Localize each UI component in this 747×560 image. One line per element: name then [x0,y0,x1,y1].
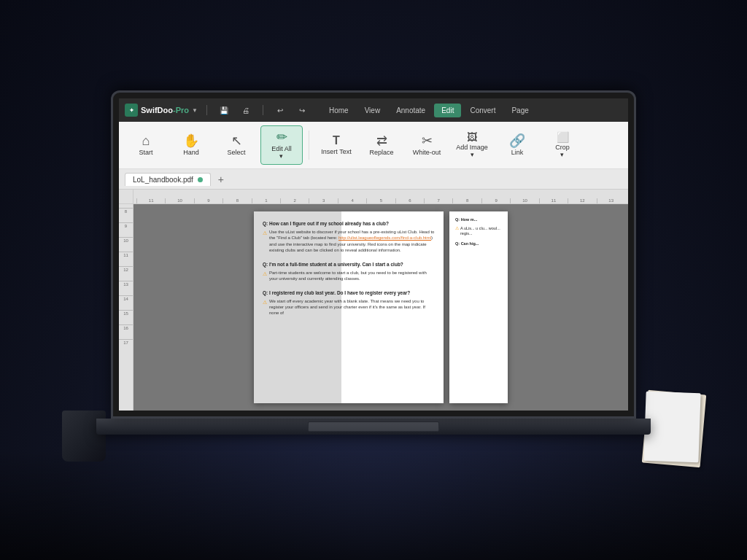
ruler-horizontal: 11 10 9 8 1 2 3 4 5 6 [133,190,628,204]
print-button[interactable]: 🖨 [238,102,254,118]
link-icon: 🔗 [509,134,525,147]
qa-answer-text-1: Use the uList website to discover if you… [269,229,435,254]
screen-lid: ✦ SwifDoo-Pro ▼ 💾 🖨 ↩ ↪ Home View [111,90,636,419]
nav-tabs: Home View Annotate Edit Convert Page [322,104,536,117]
pdf-page-2: Q: How m... ⚠ A uLis... u clu... woul...… [449,211,508,403]
screen-bezel: ✦ SwifDoo-Pro ▼ 💾 🖨 ↩ ↪ Home View [113,93,634,416]
p2-a1: ⚠ A uLis... u clu... woul... regis... [455,226,502,237]
hand-icon: ✋ [183,134,199,147]
replace-icon: ⇄ [376,134,387,147]
p2-warn-1: ⚠ [455,226,459,237]
titlebar-separator-1 [206,105,207,115]
white-out-icon: ✂ [422,134,433,147]
trackpad[interactable] [308,421,439,432]
pdf-area: 11 10 9 8 1 2 3 4 5 6 [119,190,628,411]
p2-q1: Q: How m... [455,217,502,223]
logo-icon: ✦ [125,104,138,117]
tab-bar: LoL_handbook.pdf + [119,169,628,190]
laptop-base [96,419,651,435]
tool-white-out[interactable]: ✂ White-out [406,125,448,165]
tool-select-label: Select [227,149,245,157]
qa-question-2: Q: I'm not a full-time student at a univ… [263,261,435,268]
tool-insert-text[interactable]: T Insert Text [315,125,357,165]
toolbar-sep-1 [309,131,309,160]
qa-answer-2: ⚠ Part-time students are welcome to star… [263,270,435,282]
qa-question-1: Q: How can I figure out if my school alr… [263,220,435,227]
tool-replace[interactable]: ⇄ Replace [360,125,403,165]
add-tab-button[interactable]: + [214,172,228,187]
tool-start[interactable]: ⌂ Start [125,125,167,165]
select-icon: ↖ [231,134,242,147]
file-tab-name: LoL_handbook.pdf [133,176,193,184]
tool-select[interactable]: ↖ Select [215,125,258,165]
tool-edit-all-label: Edit All▾ [271,146,292,160]
tool-edit-all[interactable]: ✏ Edit All▾ [260,125,303,165]
qa-answer-3: ⚠ We start off every academic year with … [263,298,435,316]
undo-button[interactable]: ↩ [272,102,288,118]
tool-crop-label: Crop▾ [555,144,570,159]
tab-edit[interactable]: Edit [434,104,461,117]
warning-icon-2: ⚠ [263,271,267,282]
qa-answer-text-2: Part-time students are welcome to start … [269,270,435,282]
edit-all-icon: ✏ [276,131,287,144]
tool-hand[interactable]: ✋ Hand [170,125,212,165]
p2-q2: Q: Can hig... [455,241,502,247]
titlebar-separator-2 [263,105,263,115]
tool-link[interactable]: 🔗 Link [496,125,538,165]
file-tab[interactable]: LoL_handbook.pdf [125,173,211,186]
laptop: ✦ SwifDoo-Pro ▼ 💾 🖨 ↩ ↪ Home View [89,90,658,470]
tool-add-image-label: Add Image▾ [456,144,488,159]
title-bar: ✦ SwifDoo-Pro ▼ 💾 🖨 ↩ ↪ Home View [119,98,628,122]
crop-icon: ⬜ [557,132,569,142]
tool-white-out-label: White-out [413,149,441,157]
pdf-page-content: Q: How can I figure out if my school alr… [263,220,435,316]
tool-replace-label: Replace [369,149,393,157]
tool-add-image[interactable]: 🖼 Add Image▾ [451,125,493,165]
pdf-scroll-area[interactable]: Q: How can I figure out if my school alr… [133,204,628,411]
save-button[interactable]: 💾 [216,102,232,118]
insert-text-icon: T [333,135,340,147]
ruler-vertical: 8 9 10 11 12 13 14 15 16 17 [119,204,133,411]
club-link[interactable]: http://ulist.leagueoflegends.com/find-a-… [338,236,431,240]
ruler-corner [119,190,133,204]
tab-annotate[interactable]: Annotate [389,104,433,117]
tool-hand-label: Hand [183,149,199,157]
qa-answer-text-3: We start off every academic year with a … [269,298,435,316]
app-logo: ✦ SwifDoo-Pro ▼ [125,104,198,117]
qa-block-3: Q: I registered my club last year. Do I … [263,289,435,316]
tool-link-label: Link [511,149,524,157]
app-name: SwifDoo-Pro [141,106,189,114]
content-area: 11 10 9 8 1 2 3 4 5 6 [119,190,628,411]
start-icon: ⌂ [142,134,150,147]
qa-answer-1: ⚠ Use the uList website to discover if y… [263,229,435,254]
pdf-main: 8 9 10 11 12 13 14 15 16 17 [119,204,628,411]
app-window: ✦ SwifDoo-Pro ▼ 💾 🖨 ↩ ↪ Home View [119,98,628,411]
ruler-h-marks: 11 10 9 8 1 2 3 4 5 6 [136,198,625,203]
warning-icon-3: ⚠ [263,299,267,316]
qa-block-1: Q: How can I figure out if my school alr… [263,220,435,254]
tab-status-dot [198,177,203,182]
app-dropdown-arrow[interactable]: ▼ [192,107,198,114]
tab-convert[interactable]: Convert [462,104,503,117]
pdf-page-1: Q: How can I figure out if my school alr… [254,211,444,403]
redo-button[interactable]: ↪ [294,102,310,118]
tab-home[interactable]: Home [322,104,356,117]
warning-icon-1: ⚠ [263,230,267,254]
rulers-row: 11 10 9 8 1 2 3 4 5 6 [119,190,628,204]
pdf-page-2-content: Q: How m... ⚠ A uLis... u clu... woul...… [455,217,502,247]
tool-insert-text-label: Insert Text [321,149,351,156]
qa-question-3: Q: I registered my club last year. Do I … [263,289,435,296]
qa-block-2: Q: I'm not a full-time student at a univ… [263,261,435,282]
ruler-v-marks: 8 9 10 11 12 13 14 15 16 17 [119,204,133,354]
add-image-icon: 🖼 [467,132,477,142]
tab-page[interactable]: Page [504,104,535,117]
tool-crop[interactable]: ⬜ Crop▾ [541,125,584,165]
tab-view[interactable]: View [357,104,388,117]
toolbar: ⌂ Start ✋ Hand ↖ Select ✏ Edit All▾ [119,122,628,169]
tool-start-label: Start [139,149,152,157]
